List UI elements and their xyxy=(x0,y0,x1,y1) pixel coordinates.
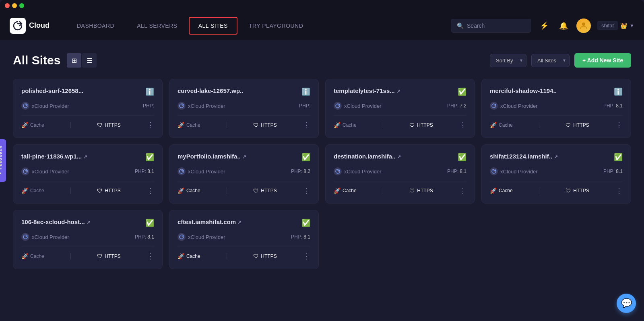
card-footer: 🚀 Cache 🛡 HTTPS ⋮ xyxy=(21,115,154,130)
more-options-button[interactable]: ⋮ xyxy=(459,121,466,130)
cache-label: Cache xyxy=(499,188,513,193)
more-options-button[interactable]: ⋮ xyxy=(615,121,623,130)
https-action[interactable]: 🛡 HTTPS xyxy=(253,187,277,194)
cache-label: Cache xyxy=(343,122,357,128)
cache-action[interactable]: 🚀 Cache xyxy=(490,187,513,194)
card-footer: 🚀 Cache 🛡 HTTPS ⋮ xyxy=(178,247,310,261)
cache-action[interactable]: 🚀 Cache xyxy=(334,187,357,194)
site-card[interactable]: templatelytest-71ss...↗ ✅ xCloud Provide… xyxy=(325,79,475,138)
provider-name: xCloud Provider xyxy=(32,103,69,109)
sort-select[interactable]: Sort By Name Date xyxy=(490,54,526,67)
activity-icon[interactable]: ⚡ xyxy=(538,19,551,32)
cache-label: Cache xyxy=(30,188,44,193)
provider-icon xyxy=(178,233,186,241)
feedback-tab[interactable]: ✦ Feedback xyxy=(0,139,6,182)
provider-icon xyxy=(490,102,498,110)
nav-all-sites[interactable]: ALL SITES xyxy=(189,17,237,35)
status-ok-icon: ✅ xyxy=(458,87,466,96)
card-meta: xCloud Provider PHP: 8.1 xyxy=(178,233,310,241)
more-options-button[interactable]: ⋮ xyxy=(147,252,154,261)
notification-icon[interactable]: 🔔 xyxy=(557,19,570,32)
site-card[interactable]: 106-8ec-xcloud-host...↗ ✅ xCloud Provide… xyxy=(13,210,163,269)
https-action[interactable]: 🛡 HTTPS xyxy=(566,122,589,128)
maximize-btn[interactable] xyxy=(19,3,24,8)
more-options-button[interactable]: ⋮ xyxy=(303,252,310,261)
card-footer: 🚀 Cache 🛡 HTTPS ⋮ xyxy=(178,181,310,195)
site-card[interactable]: merciful-shadow-1194.. ℹ️ xCloud Provide… xyxy=(481,79,631,138)
card-header: templatelytest-71ss...↗ ✅ xyxy=(334,87,466,96)
https-action[interactable]: 🛡 HTTPS xyxy=(566,187,589,194)
https-action[interactable]: 🛡 HTTPS xyxy=(97,122,120,128)
add-new-site-button[interactable]: + Add New Site xyxy=(574,53,631,68)
provider-icon xyxy=(178,102,186,110)
site-card[interactable]: curved-lake-12657.wp.. ℹ️ xCloud Provide… xyxy=(169,79,319,138)
minimize-btn[interactable] xyxy=(12,3,17,8)
cache-action[interactable]: 🚀 Cache xyxy=(21,122,44,128)
divider xyxy=(539,122,539,128)
https-label: HTTPS xyxy=(105,122,120,128)
cache-action[interactable]: 🚀 Cache xyxy=(490,122,513,128)
https-icon: 🛡 xyxy=(253,122,259,128)
card-meta: xCloud Provider PHP: 8.1 xyxy=(21,233,154,241)
https-action[interactable]: 🛡 HTTPS xyxy=(409,187,433,194)
nav-dashboard[interactable]: DASHBOARD xyxy=(66,11,126,40)
status-ok-icon: ✅ xyxy=(458,153,466,162)
site-card[interactable]: tall-pine-11836.wp1...↗ ✅ xCloud Provide… xyxy=(13,144,163,204)
https-action[interactable]: 🛡 HTTPS xyxy=(97,253,120,259)
chat-button[interactable]: 💬 xyxy=(617,294,636,313)
https-action[interactable]: 🛡 HTTPS xyxy=(409,122,433,128)
site-name: myPortfolio.iamshifa..↗ xyxy=(178,153,246,160)
site-card[interactable]: shifat123124.iamshif..↗ ✅ xCloud Provide… xyxy=(481,144,631,204)
provider: xCloud Provider xyxy=(490,102,538,110)
site-card[interactable]: cftest.iamshifat.com↗ ✅ xCloud Provider … xyxy=(169,210,319,269)
https-action[interactable]: 🛡 HTTPS xyxy=(97,187,120,194)
nav-all-servers[interactable]: ALL SERVERS xyxy=(126,11,188,40)
cache-action[interactable]: 🚀 Cache xyxy=(21,253,44,259)
grid-view-btn[interactable]: ⊞ xyxy=(67,53,81,68)
crown-icon: 👑 xyxy=(620,23,627,29)
more-options-button[interactable]: ⋮ xyxy=(147,121,154,130)
php-value: 8.1 xyxy=(303,234,310,240)
php-info: PHP: 8.1 xyxy=(603,169,623,174)
site-card[interactable]: destination.iamshifa..↗ ✅ xCloud Provide… xyxy=(325,144,475,204)
site-card[interactable]: polished-surf-12658... ℹ️ xCloud Provide… xyxy=(13,79,163,138)
avatar[interactable] xyxy=(576,19,591,33)
https-icon: 🛡 xyxy=(566,187,571,194)
more-options-button[interactable]: ⋮ xyxy=(147,186,154,195)
https-action[interactable]: 🛡 HTTPS xyxy=(253,253,277,259)
more-options-button[interactable]: ⋮ xyxy=(303,121,310,130)
view-toggle: ⊞ ☰ xyxy=(67,53,97,68)
https-action[interactable]: 🛡 HTTPS xyxy=(253,122,277,128)
feedback-label: Feedback xyxy=(0,146,3,169)
site-name: polished-surf-12658... xyxy=(21,87,83,94)
more-options-button[interactable]: ⋮ xyxy=(615,186,623,195)
search-box[interactable]: 🔍 Search xyxy=(451,19,531,33)
card-meta: xCloud Provider PHP: 8.1 xyxy=(490,102,623,110)
filter-select[interactable]: All Sites Active Inactive xyxy=(531,54,570,67)
cache-action[interactable]: 🚀 Cache xyxy=(178,187,200,194)
user-dropdown[interactable]: shifat 👑 ▼ xyxy=(597,21,634,30)
site-card[interactable]: myPortfolio.iamshifa..↗ ✅ xCloud Provide… xyxy=(169,144,319,204)
nav-try-playground[interactable]: TRY PLAYGROUND xyxy=(237,11,314,40)
cache-label: Cache xyxy=(30,253,44,259)
card-meta: xCloud Provider PHP: xyxy=(21,102,154,110)
provider-icon xyxy=(21,167,29,175)
cache-action[interactable]: 🚀 Cache xyxy=(334,122,357,128)
close-btn[interactable] xyxy=(5,3,10,8)
https-label: HTTPS xyxy=(417,188,433,193)
cache-label: Cache xyxy=(343,188,357,193)
https-icon: 🛡 xyxy=(409,122,415,128)
list-view-btn[interactable]: ☰ xyxy=(82,53,97,68)
php-value: 8.1 xyxy=(460,169,466,174)
cache-action[interactable]: 🚀 Cache xyxy=(178,122,200,128)
logo[interactable]: Cloud xyxy=(10,18,50,34)
cache-action[interactable]: 🚀 Cache xyxy=(178,253,200,259)
cache-action[interactable]: 🚀 Cache xyxy=(21,187,44,194)
more-options-button[interactable]: ⋮ xyxy=(303,186,310,195)
https-label: HTTPS xyxy=(573,122,589,128)
more-options-button[interactable]: ⋮ xyxy=(459,186,466,195)
card-header: curved-lake-12657.wp.. ℹ️ xyxy=(178,87,310,96)
provider-name: xCloud Provider xyxy=(188,169,225,175)
card-meta: xCloud Provider PHP: 8.1 xyxy=(21,167,154,175)
page-title-area: All Sites ⊞ ☰ xyxy=(13,53,97,68)
